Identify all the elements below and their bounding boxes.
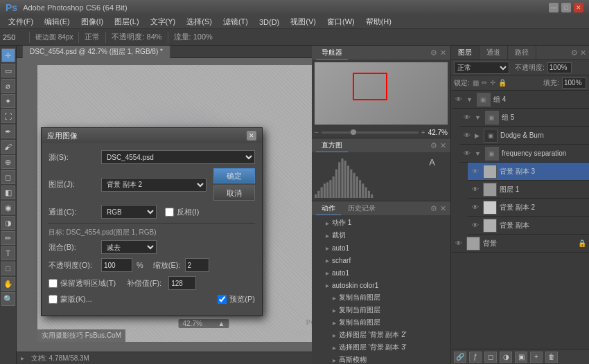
menu-filter[interactable]: 滤镜(T)	[218, 15, 254, 28]
histogram-gear[interactable]: ⚙	[430, 141, 437, 150]
menu-file[interactable]: 文件(F)	[3, 15, 39, 28]
tool-eraser[interactable]: ◻	[1, 170, 15, 184]
zoom-slider-thumb[interactable]	[351, 129, 356, 135]
blend-select[interactable]: 减去	[101, 240, 157, 254]
menu-image[interactable]: 图像(I)	[76, 15, 109, 28]
zoom-minus-icon[interactable]: −	[315, 129, 319, 136]
add-style-button[interactable]: ƒ	[469, 352, 482, 363]
close-button[interactable]: ✕	[574, 3, 583, 12]
opacity-input-layers[interactable]	[547, 62, 572, 73]
layer-eye-bg2[interactable]: 👁	[471, 203, 480, 212]
expand-group5[interactable]: ▼	[475, 114, 481, 121]
history-item-3[interactable]: scharf	[312, 254, 450, 266]
tool-stamp[interactable]: ⊕	[1, 155, 15, 169]
history-item-2[interactable]: auto1	[312, 242, 450, 254]
menu-select[interactable]: 选择(S)	[181, 15, 218, 28]
layer-eye-l1[interactable]: 👁	[471, 185, 480, 194]
history-item-11[interactable]: 高斯模糊	[312, 354, 450, 364]
expand-group4[interactable]: ▼	[466, 96, 473, 103]
tool-text[interactable]: T	[1, 246, 15, 260]
expand-freq[interactable]: ▼	[475, 150, 481, 157]
tool-pen[interactable]: ✏	[1, 231, 15, 245]
layer-bg-copy3[interactable]: 👁 背景 副本 3	[468, 163, 589, 181]
delete-layer-button[interactable]: 🗑	[545, 352, 558, 363]
tool-lasso[interactable]: ⌀	[1, 79, 15, 93]
layer-select[interactable]: 背景 副本 2	[101, 178, 206, 192]
layer-freq-sep[interactable]: 👁 ▼ ▣ frequency separation	[459, 145, 589, 163]
preserve-checkbox-label[interactable]: 保留透明区域(T)	[49, 278, 116, 289]
scale-input[interactable]	[185, 258, 209, 272]
layer-eye-group4[interactable]: 👁	[454, 95, 464, 104]
layer-bg-copy[interactable]: 👁 背景 副本	[468, 217, 589, 235]
mask-checkbox-label[interactable]: 蒙版(K)...	[49, 294, 92, 304]
layer-group5[interactable]: 👁 ▼ ▣ 组 5	[459, 109, 589, 127]
lock-move[interactable]: ✛	[490, 79, 495, 87]
history-item-9[interactable]: 选择图层 '背景 副本 2'	[312, 329, 450, 341]
history-item-8[interactable]: 复制当前图层	[312, 316, 450, 329]
new-adjustment-button[interactable]: ◑	[500, 352, 512, 363]
link-layers-button[interactable]: 🔗	[454, 352, 466, 363]
menu-3d[interactable]: 3D(D)	[254, 17, 285, 28]
lock-all[interactable]: 🔒	[498, 79, 507, 87]
tool-crop[interactable]: ⛶	[1, 109, 15, 123]
layer-eye-bg3[interactable]: 👁	[471, 167, 480, 176]
menu-edit[interactable]: 编辑(E)	[39, 15, 76, 28]
layers-panel-gear[interactable]: ⚙	[571, 48, 578, 57]
menu-layer[interactable]: 图层(L)	[109, 15, 144, 28]
preview-checkbox[interactable]	[218, 295, 227, 304]
invert-checkbox-label[interactable]: 反相(I)	[165, 207, 199, 217]
layer-group4[interactable]: 👁 ▼ ▣ 组 4	[451, 91, 589, 109]
offset-input[interactable]	[168, 276, 196, 290]
history-gear[interactable]: ⚙	[430, 204, 437, 213]
layer-eye-dodge[interactable]: 👁	[462, 131, 472, 140]
add-mask-button[interactable]: ◻	[484, 352, 497, 363]
channel-select[interactable]: RGB	[101, 205, 157, 219]
histogram-tab[interactable]: 直方图	[316, 139, 348, 152]
tool-brush[interactable]: 🖌	[1, 140, 15, 154]
menu-view[interactable]: 视图(V)	[285, 15, 322, 28]
minimize-button[interactable]: —	[549, 3, 559, 12]
history-item-1[interactable]: 裁切	[312, 229, 450, 242]
lock-transparent[interactable]: ▦	[473, 79, 479, 87]
menu-text[interactable]: 文字(Y)	[145, 15, 182, 28]
tool-wand[interactable]: ✦	[1, 94, 15, 108]
history-item-6[interactable]: 复制当前图层	[312, 291, 450, 304]
tool-eyedrop[interactable]: ✒	[1, 125, 15, 138]
fill-input[interactable]	[562, 78, 586, 89]
invert-checkbox[interactable]	[165, 208, 174, 217]
layer-eye-bgc[interactable]: 👁	[471, 221, 480, 230]
dialog-close-button[interactable]: ✕	[247, 131, 256, 140]
layer-dodge-burn[interactable]: 👁 ▶ ▣ Dodge & Burn	[459, 127, 589, 145]
tool-zoom[interactable]: 🔍	[1, 292, 15, 306]
layer-bg-copy2[interactable]: 👁 背景 副本 2	[468, 199, 589, 217]
layers-tab-layers[interactable]: 图层	[451, 46, 480, 60]
layer-eye-bg[interactable]: 👁	[454, 239, 464, 248]
layer-eye-group5[interactable]: 👁	[462, 113, 472, 122]
new-group-button[interactable]: ▣	[515, 352, 527, 363]
menu-help[interactable]: 帮助(H)	[360, 15, 397, 28]
layer-layer1[interactable]: 👁 图层 1	[468, 181, 589, 199]
zoom-plus-icon[interactable]: +	[421, 129, 425, 136]
history-close[interactable]: ✕	[440, 204, 446, 213]
canvas-tab-active[interactable]: DSC_4554.psd @ 42.7% (图层 1, RGB/8) *	[22, 46, 170, 58]
tool-gradient[interactable]: ◧	[1, 185, 15, 199]
navigator-gear[interactable]: ⚙	[430, 48, 437, 57]
layers-tab-paths[interactable]: 路径	[508, 46, 536, 60]
history-tab-action[interactable]: 动作	[316, 202, 341, 215]
restore-button[interactable]: □	[561, 3, 571, 12]
tool-dodge[interactable]: ◑	[1, 216, 15, 230]
tool-blur[interactable]: ◉	[1, 201, 15, 215]
navigator-tab[interactable]: 导航器	[316, 46, 348, 60]
history-tab-history[interactable]: 历史记录	[342, 202, 381, 215]
history-item-7[interactable]: 复制当前图层	[312, 304, 450, 316]
dialog-title-bar[interactable]: 应用图像 ✕	[42, 128, 262, 143]
menu-window[interactable]: 窗口(W)	[322, 15, 360, 28]
opacity-input[interactable]	[101, 258, 132, 272]
ok-button[interactable]: 确定	[213, 168, 255, 183]
histogram-close[interactable]: ✕	[440, 141, 446, 150]
layers-tab-channels[interactable]: 通道	[480, 46, 508, 60]
history-item-5[interactable]: autoskin color1	[312, 279, 450, 291]
tool-marquee[interactable]: ▭	[1, 64, 15, 78]
cancel-button[interactable]: 取消	[213, 185, 255, 201]
layer-eye-freq[interactable]: 👁	[462, 149, 472, 158]
